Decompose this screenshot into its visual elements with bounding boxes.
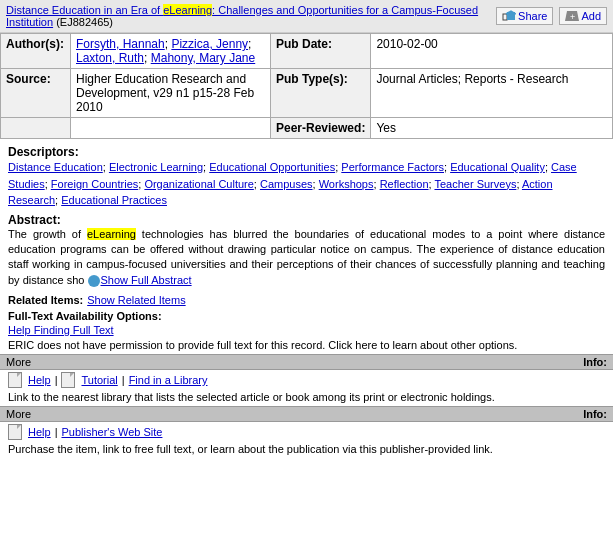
author-row: Author(s): Forsyth, Hannah; Pizzica, Jen… [1, 34, 613, 69]
full-text-row: Full-Text Availability Options: [0, 308, 613, 324]
svg-text:+: + [570, 12, 575, 22]
tutorial-link[interactable]: Tutorial [81, 374, 117, 386]
empty-cell2 [71, 118, 271, 139]
title-area: Distance Education in an Era of eLearnin… [6, 4, 496, 28]
doc-icon-2 [8, 424, 22, 440]
descriptor-educational-quality[interactable]: Educational Quality [450, 161, 545, 173]
author-pizzica[interactable]: Pizzica, Jenny [171, 37, 248, 51]
peer-reviewed-value-cell: Yes [371, 118, 613, 139]
abstract-highlight: eLearning [87, 228, 136, 240]
publisher-note: Purchase the item, link to free full tex… [0, 442, 613, 458]
help-link-1[interactable]: Help [28, 374, 51, 386]
author-mahony[interactable]: Mahony, Mary Jane [151, 51, 256, 65]
pub-date-value-cell: 2010-02-00 [371, 34, 613, 69]
author-laxton[interactable]: Laxton, Ruth [76, 51, 144, 65]
descriptor-foreign-countries[interactable]: Foreign Countries [51, 178, 138, 190]
record-id: (EJ882465) [56, 16, 113, 28]
author-forsyth[interactable]: Forsyth, Hannah [76, 37, 165, 51]
descriptors-section: Descriptors: Distance Education; Electro… [0, 139, 613, 211]
separator2-1: | [122, 374, 125, 386]
title-highlight: eLearning [163, 4, 212, 16]
descriptor-workshops[interactable]: Workshops [319, 178, 374, 190]
add-label: Add [581, 10, 601, 22]
separator1-1: | [55, 374, 58, 386]
share-label: Share [518, 10, 547, 22]
author-label-cell: Author(s): [1, 34, 71, 69]
peer-reviewed-label-cell: Peer-Reviewed: [271, 118, 371, 139]
show-full-abstract-link[interactable]: Show Full Abstract [101, 274, 192, 286]
help-section-2: Help | Publisher's Web Site [0, 422, 613, 442]
peer-reviewed-row: Peer-Reviewed: Yes [1, 118, 613, 139]
svg-rect-0 [503, 14, 507, 20]
descriptor-electronic-learning[interactable]: Electronic Learning [109, 161, 203, 173]
related-items-row: Related Items: Show Related Items [0, 292, 613, 308]
add-button[interactable]: + Add [559, 7, 607, 25]
more-label-1: More [6, 356, 31, 368]
add-icon: + [565, 9, 579, 23]
help-link-2[interactable]: Help [28, 426, 51, 438]
share-icon [502, 9, 516, 23]
source-value-cell: Higher Education Research and Developmen… [71, 69, 271, 118]
help-section-1: Help | Tutorial | Find in a Library [0, 370, 613, 390]
find-library-link[interactable]: Find in a Library [129, 374, 208, 386]
source-label-cell: Source: [1, 69, 71, 118]
more-bar-2: More Info: [0, 406, 613, 422]
descriptor-distance-education[interactable]: Distance Education [8, 161, 103, 173]
action-buttons: Share + Add [496, 7, 607, 25]
show-related-items-link[interactable]: Show Related Items [87, 294, 185, 306]
library-note: Link to the nearest library that lists t… [0, 390, 613, 406]
share-button[interactable]: Share [496, 7, 553, 25]
eric-note: ERIC does not have permission to provide… [0, 338, 613, 354]
full-text-label: Full-Text Availability Options: [8, 310, 162, 322]
separator-2: | [55, 426, 58, 438]
abstract-section: Abstract: The growth of eLearning techno… [0, 211, 613, 293]
tutorial-icon [61, 372, 75, 388]
descriptor-reflection[interactable]: Reflection [380, 178, 429, 190]
descriptor-teacher-surveys[interactable]: Teacher Surveys [434, 178, 516, 190]
author-value-cell: Forsyth, Hannah; Pizzica, Jenny; Laxton,… [71, 34, 271, 69]
doc-icon-1 [8, 372, 22, 388]
empty-cell [1, 118, 71, 139]
more-label-2: More [6, 408, 31, 420]
pub-type-value-cell: Journal Articles; Reports - Research [371, 69, 613, 118]
publisher-web-link[interactable]: Publisher's Web Site [61, 426, 162, 438]
abstract-text: The growth of eLearning technologies has… [8, 227, 605, 289]
more-bar-1: More Info: [0, 354, 613, 370]
pub-date-label-cell: Pub Date: [271, 34, 371, 69]
descriptor-educational-opportunities[interactable]: Educational Opportunities [209, 161, 335, 173]
descriptors-label: Descriptors: [8, 145, 79, 159]
record-table: Author(s): Forsyth, Hannah; Pizzica, Jen… [0, 33, 613, 139]
source-row: Source: Higher Education Research and De… [1, 69, 613, 118]
descriptor-organizational-culture[interactable]: Organizational Culture [144, 178, 253, 190]
pub-type-label-cell: Pub Type(s): [271, 69, 371, 118]
descriptor-educational-practices[interactable]: Educational Practices [61, 194, 167, 206]
descriptor-campuses[interactable]: Campuses [260, 178, 313, 190]
help-finding-link[interactable]: Help Finding Full Text [8, 324, 114, 336]
info-label-1: Info: [583, 356, 607, 368]
descriptor-performance-factors[interactable]: Performance Factors [341, 161, 444, 173]
top-bar: Distance Education in an Era of eLearnin… [0, 0, 613, 33]
info-label-2: Info: [583, 408, 607, 420]
help-finding-row: Help Finding Full Text [0, 324, 613, 338]
descriptor-links: Distance Education; Electronic Learning;… [8, 159, 605, 209]
abstract-label: Abstract: [8, 213, 61, 227]
related-items-label: Related Items: [8, 294, 83, 306]
info-circle-icon [88, 275, 100, 287]
